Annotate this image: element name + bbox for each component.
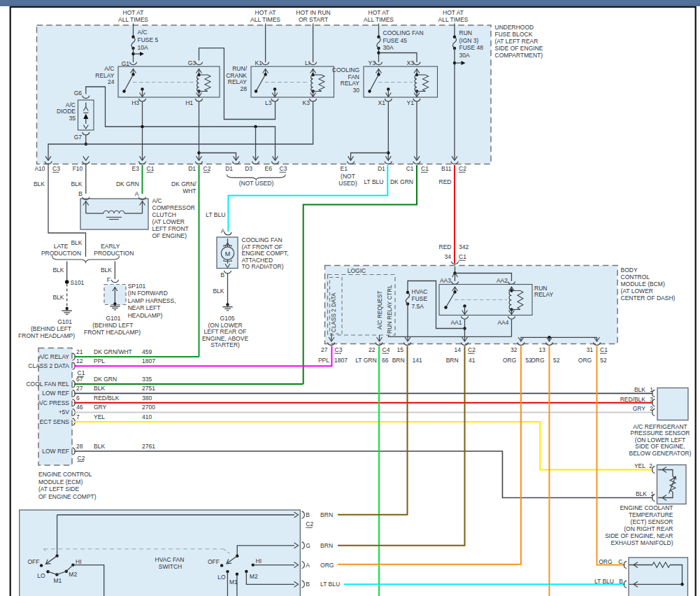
svg-text:AA1: AA1 xyxy=(450,319,462,326)
svg-text:G7: G7 xyxy=(74,134,83,141)
svg-text:46: 46 xyxy=(76,404,83,411)
svg-text:RED/BLK: RED/BLK xyxy=(94,395,120,402)
svg-text:RELAY: RELAY xyxy=(95,72,115,79)
svg-text:BLK: BLK xyxy=(52,294,64,301)
svg-text:B: B xyxy=(220,271,224,278)
svg-text:(ON RIGHT REAR: (ON RIGHT REAR xyxy=(624,525,673,532)
svg-text:LEFT FRONT: LEFT FRONT xyxy=(152,225,189,232)
svg-text:DK GRN: DK GRN xyxy=(94,376,117,383)
svg-text:(NOT USED): (NOT USED) xyxy=(239,180,274,187)
svg-text:RED: RED xyxy=(439,243,452,250)
svg-text:G1: G1 xyxy=(122,60,130,67)
svg-text:Y1: Y1 xyxy=(407,99,415,106)
svg-text:M1: M1 xyxy=(53,577,62,584)
svg-text:G: G xyxy=(306,542,310,549)
svg-text:FUSE 48: FUSE 48 xyxy=(459,44,484,51)
svg-text:CONTROL: CONTROL xyxy=(621,274,650,281)
svg-text:COMPRESSOR: COMPRESSOR xyxy=(152,204,195,211)
svg-text:RELAY: RELAY xyxy=(228,78,248,85)
svg-text:10A: 10A xyxy=(138,44,148,51)
svg-text:RUN/: RUN/ xyxy=(232,65,247,72)
svg-text:(BEHIND LEFT: (BEHIND LEFT xyxy=(92,322,133,329)
svg-text:21: 21 xyxy=(76,348,83,355)
svg-text:(ECT) SENSOR: (ECT) SENSOR xyxy=(631,518,673,525)
svg-text:BLK: BLK xyxy=(636,490,647,497)
svg-text:(AT FRONT OF: (AT FRONT OF xyxy=(242,243,283,250)
svg-text:MODULE (BCM): MODULE (BCM) xyxy=(621,281,665,288)
svg-text:41: 41 xyxy=(469,357,476,364)
svg-text:A/C REQUEST: A/C REQUEST xyxy=(377,290,383,329)
svg-text:141: 141 xyxy=(413,357,422,364)
svg-text:COOLING: COOLING xyxy=(332,66,359,73)
svg-text:C: C xyxy=(618,558,622,565)
svg-text:G101: G101 xyxy=(106,315,121,322)
svg-text:30A: 30A xyxy=(459,52,470,59)
svg-text:Y3: Y3 xyxy=(369,59,376,66)
svg-text:LI: LI xyxy=(305,59,310,66)
svg-text:ALL TIMES: ALL TIMES xyxy=(250,16,280,23)
svg-text:HOT AT: HOT AT xyxy=(443,9,464,16)
svg-text:FRONT HEADLAMP): FRONT HEADLAMP) xyxy=(84,329,141,336)
svg-text:USED): USED) xyxy=(338,180,357,187)
svg-text:LO: LO xyxy=(217,574,226,581)
svg-text:ENGINE CONTROL: ENGINE CONTROL xyxy=(38,471,92,478)
svg-text:335: 335 xyxy=(142,376,152,383)
svg-text:BLK: BLK xyxy=(71,180,82,187)
svg-text:C1: C1 xyxy=(600,346,608,353)
svg-text:1807: 1807 xyxy=(334,357,348,364)
svg-text:A/C REFRIGERANT: A/C REFRIGERANT xyxy=(633,423,687,430)
svg-text:LT BLU: LT BLU xyxy=(594,578,614,585)
svg-text:BRN: BRN xyxy=(320,542,333,549)
svg-text:GRY: GRY xyxy=(94,404,107,411)
svg-text:E3: E3 xyxy=(132,165,140,172)
svg-text:LT BLU: LT BLU xyxy=(320,581,340,588)
svg-text:A: A xyxy=(306,562,310,569)
svg-text:(AT LEFT SIDE: (AT LEFT SIDE xyxy=(38,485,79,492)
svg-text:BLK: BLK xyxy=(94,385,105,392)
svg-text:342: 342 xyxy=(459,243,469,250)
svg-text:FUSE 45: FUSE 45 xyxy=(383,37,408,44)
svg-text:34: 34 xyxy=(445,253,452,260)
svg-text:A: A xyxy=(135,190,139,197)
svg-text:(NOT: (NOT xyxy=(341,173,355,180)
svg-text:14: 14 xyxy=(455,346,462,353)
svg-text:LO: LO xyxy=(37,572,45,579)
svg-text:459: 459 xyxy=(142,348,152,355)
svg-text:ORG: ORG xyxy=(503,357,516,364)
svg-text:ORG: ORG xyxy=(320,562,334,569)
svg-text:FUSE 5: FUSE 5 xyxy=(138,36,159,43)
svg-text:AA3: AA3 xyxy=(440,277,451,284)
svg-text:ENGINE COOLANT: ENGINE COOLANT xyxy=(620,504,673,511)
svg-text:X1: X1 xyxy=(378,99,386,106)
svg-text:LOW REF: LOW REF xyxy=(42,390,69,397)
svg-text:2751: 2751 xyxy=(142,385,155,392)
svg-text:(AT LOWER: (AT LOWER xyxy=(152,218,185,225)
svg-text:(AT LOWER: (AT LOWER xyxy=(621,288,653,295)
svg-text:A/C: A/C xyxy=(138,29,148,36)
svg-text:30A: 30A xyxy=(383,44,394,51)
svg-text:B: B xyxy=(619,578,623,585)
svg-text:HEADLAMP): HEADLAMP) xyxy=(128,312,163,319)
svg-text:2: 2 xyxy=(650,405,653,412)
svg-text:A/C: A/C xyxy=(104,65,114,72)
svg-text:A/C: A/C xyxy=(66,101,76,108)
svg-text:M2: M2 xyxy=(250,573,258,580)
svg-text:RUN RELAY CTRL: RUN RELAY CTRL xyxy=(387,285,393,334)
svg-text:FRONT HEADLAMP): FRONT HEADLAMP) xyxy=(18,332,75,339)
svg-text:SIDE OF ENGINE, NEAR: SIDE OF ENGINE, NEAR xyxy=(605,532,673,539)
svg-text:ENGINE COMPT,: ENGINE COMPT, xyxy=(242,250,289,257)
svg-text:BRN: BRN xyxy=(446,357,459,364)
svg-text:LT BLU: LT BLU xyxy=(206,211,225,218)
svg-text:BLK: BLK xyxy=(34,180,45,187)
svg-text:BLK: BLK xyxy=(52,267,64,274)
svg-text:OF ENGINE COMPT): OF ENGINE COMPT) xyxy=(38,493,97,500)
svg-text:CLASS 2 DATA: CLASS 2 DATA xyxy=(331,292,337,332)
svg-text:RED/BLK: RED/BLK xyxy=(620,396,646,403)
svg-text:ALL TIMES: ALL TIMES xyxy=(438,16,469,23)
svg-text:H3: H3 xyxy=(131,99,139,106)
svg-text:PPL: PPL xyxy=(318,357,329,364)
svg-text:DK GRN/WHT: DK GRN/WHT xyxy=(94,348,132,355)
svg-text:3: 3 xyxy=(650,396,653,403)
svg-text:SIDE OF ENGINE,: SIDE OF ENGINE, xyxy=(635,443,685,450)
svg-text:LOGIC: LOGIC xyxy=(348,267,366,274)
